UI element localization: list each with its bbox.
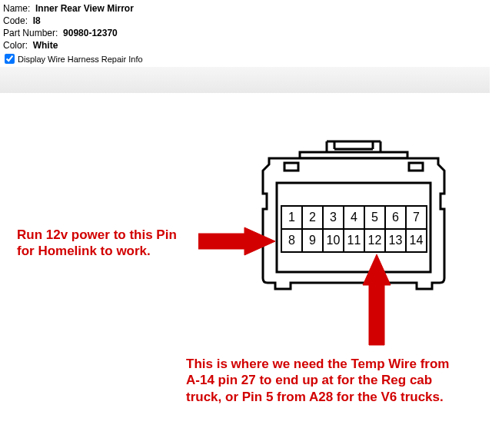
row-name: Name: Inner Rear View Mirror [3,3,489,14]
code-value: I8 [33,15,41,26]
svg-marker-1 [363,254,391,345]
pin-label-11: 11 [347,234,361,247]
name-value: Inner Rear View Mirror [35,3,134,14]
row-color: Color: White [3,40,489,51]
code-label: Code: [3,15,28,26]
pin-label-5: 5 [371,211,378,224]
annotation-pin-12: This is where we need the Temp Wire from… [186,356,463,405]
arrow-to-pin-12-icon [361,254,392,347]
checkbox-row: Display Wire Harness Repair Info [5,54,489,64]
diagram-area: 1 2 3 4 5 6 7 8 9 10 11 12 13 [0,93,490,443]
header-info: Name: Inner Rear View Mirror Code: I8 Pa… [0,0,492,64]
pin-label-2: 2 [309,211,316,224]
pin-label-8: 8 [288,234,295,247]
name-label: Name: [3,3,30,14]
pin-label-14: 14 [410,234,424,247]
row-part-number: Part Number: 90980-12370 [3,28,489,38]
part-number-value: 90980-12370 [63,28,118,38]
part-number-label: Part Number: [3,28,58,38]
color-value: White [33,40,58,51]
connector-diagram: 1 2 3 4 5 6 7 8 9 10 11 12 13 [254,135,454,312]
display-wire-harness-label: Display Wire Harness Repair Info [18,55,143,64]
pin-label-12: 12 [368,234,382,247]
toolbar-strip [0,67,490,93]
pin-label-1: 1 [288,211,295,224]
pin-label-4: 4 [351,211,357,224]
row-code: Code: I8 [3,15,489,26]
pin-label-9: 9 [309,234,316,247]
pin-label-10: 10 [327,234,341,247]
pin-label-7: 7 [413,211,420,224]
annotation-pin-8: Run 12v power to this Pin for Homelink t… [17,227,178,260]
svg-marker-0 [198,227,275,255]
pin-grid: 1 2 3 4 5 6 7 8 9 10 11 12 13 [281,206,427,252]
arrow-to-pin-8-icon [198,226,279,257]
color-label: Color: [3,40,28,51]
pin-label-13: 13 [389,234,403,247]
pin-label-6: 6 [392,211,399,224]
display-wire-harness-checkbox[interactable] [5,54,15,64]
pin-label-3: 3 [330,211,337,224]
